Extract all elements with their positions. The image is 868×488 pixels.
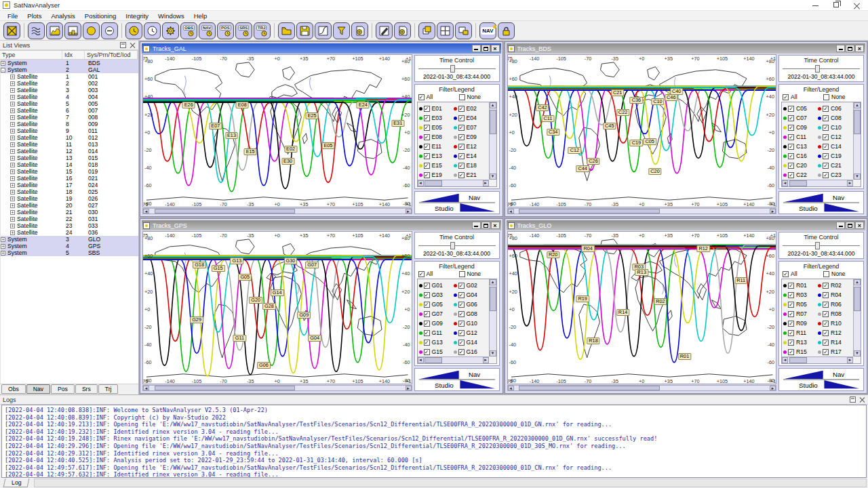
tree-row[interactable]: +Satellite1001 — [1, 73, 138, 80]
checkbox-checked-icon[interactable]: ✓ — [424, 283, 430, 289]
scroll-thumb[interactable] — [519, 209, 660, 214]
scroll-track[interactable] — [788, 357, 847, 363]
expand-icon[interactable]: + — [10, 163, 15, 167]
checkbox-checked-icon[interactable]: ✓ — [788, 134, 794, 140]
close-button[interactable]: × — [855, 45, 864, 52]
tab-log[interactable]: Log — [3, 479, 30, 487]
menu-windows[interactable]: Windows — [153, 12, 189, 20]
checkbox-checked-icon[interactable]: ✓ — [458, 125, 465, 131]
scroll-thumb[interactable] — [425, 180, 442, 186]
checkbox-checked-icon[interactable]: ✓ — [458, 311, 465, 317]
ground-track-map[interactable]: -175-175-140-140-105-105-70-70-35-35+0+0… — [142, 54, 412, 207]
legend-item[interactable]: ✓G05 — [419, 301, 454, 308]
legend-item[interactable]: ✓G16 — [454, 348, 488, 355]
checkbox-checked-icon[interactable]: ✓ — [823, 330, 829, 336]
open-folder-button[interactable] — [278, 22, 295, 39]
scroll-thumb[interactable] — [155, 209, 296, 214]
legend-item[interactable]: ✓E15 — [419, 162, 454, 169]
map-hscrollbar[interactable]: ◄► — [507, 385, 777, 391]
checkbox-checked-icon[interactable]: ✓ — [823, 134, 829, 140]
checkbox-checked-icon[interactable]: ✓ — [458, 134, 465, 140]
tree-row[interactable]: +Satellite12014 — [1, 148, 138, 155]
checkbox-checked-icon[interactable]: ✓ — [788, 302, 794, 308]
map-hscrollbar[interactable]: ◄► — [142, 385, 412, 391]
checkbox-checked-icon[interactable]: ✓ — [458, 349, 465, 355]
scroll-track[interactable] — [514, 209, 770, 214]
waves-button[interactable] — [28, 22, 45, 39]
checkbox-checked-icon[interactable]: ✓ — [458, 292, 465, 298]
checkbox-checked-icon[interactable]: ✓ — [823, 292, 829, 298]
legend-item[interactable]: ✓E04 — [454, 115, 488, 121]
legend-item[interactable]: ✓G06 — [454, 301, 488, 308]
close-panel-icon[interactable] — [130, 42, 136, 48]
checkbox-checked-icon[interactable]: ✓ — [424, 292, 430, 298]
maximize-button[interactable] — [481, 45, 490, 52]
legend-item[interactable]: ✓R07 — [783, 310, 818, 317]
scroll-thumb[interactable] — [490, 287, 496, 311]
legend-item[interactable]: ✓C11 — [783, 134, 818, 140]
tree-row[interactable]: +Satellite4004 — [1, 94, 138, 100]
all-checkbox[interactable]: ✓All — [783, 94, 821, 100]
checkbox-checked-icon[interactable]: ✓ — [823, 153, 829, 159]
legend-item[interactable]: ✓E13 — [419, 152, 454, 159]
minimize-button[interactable] — [472, 222, 481, 229]
scroll-left-icon[interactable]: ◄ — [418, 357, 424, 363]
restore-icon[interactable] — [833, 2, 839, 7]
expand-icon[interactable]: + — [10, 129, 15, 134]
scroll-down-icon[interactable]: ▼ — [490, 174, 496, 180]
legend-item[interactable]: ✓E02 — [454, 105, 488, 112]
legend-item[interactable]: ✓C07 — [783, 115, 818, 121]
expand-icon[interactable]: + — [10, 203, 15, 208]
checkbox-checked-icon[interactable]: ✓ — [458, 172, 465, 178]
circle-button[interactable] — [83, 22, 100, 39]
checkbox-checked-icon[interactable]: ✓ — [823, 144, 829, 150]
checkbox-checked-icon[interactable]: ✓ — [424, 115, 430, 121]
legend-item[interactable]: ✓R05 — [783, 301, 818, 308]
tree-row[interactable]: +Satellite8009 — [1, 121, 138, 127]
all-checkbox[interactable]: ✓All — [418, 94, 456, 100]
expand-icon[interactable]: + — [10, 108, 15, 113]
ground-track-map[interactable]: -175-175-140-140-105-105-70-70-35-35+0+0… — [507, 54, 777, 207]
save-button[interactable] — [296, 22, 313, 39]
legend-item[interactable]: ✓E19 — [419, 171, 454, 178]
legend-hscrollbar[interactable]: ◄► — [418, 357, 489, 363]
curve-button[interactable] — [315, 22, 332, 39]
scroll-right-icon[interactable]: ► — [483, 180, 489, 186]
expand-icon[interactable]: + — [10, 75, 15, 79]
checkbox-checked-icon[interactable]: ✓ — [823, 349, 829, 355]
checkbox-unchecked-icon[interactable] — [823, 94, 829, 100]
plot-levels-button[interactable] — [64, 22, 81, 39]
tree-row[interactable]: +Satellite20027 — [1, 202, 138, 209]
legend-vscrollbar[interactable]: ▲▼ — [489, 279, 496, 357]
checkbox-checked-icon[interactable]: ✓ — [424, 172, 430, 178]
checkbox-checked-icon[interactable]: ✓ — [458, 330, 465, 336]
legend-item[interactable]: ✓C08 — [818, 115, 852, 121]
expand-icon[interactable]: + — [10, 115, 15, 120]
legend-list[interactable]: ✓G01✓G02✓G03✓G04✓G05✓G06✓G07✓G08✓G09✓G10… — [417, 279, 497, 364]
scroll-down-icon[interactable]: ▼ — [490, 350, 496, 357]
log-hscrollbar[interactable] — [34, 479, 867, 487]
checkbox-checked-icon[interactable]: ✓ — [823, 163, 829, 169]
menu-help[interactable]: Help — [189, 12, 212, 20]
clock-yellow-button[interactable] — [125, 22, 142, 39]
checkbox-checked-icon[interactable]: ✓ — [788, 349, 794, 355]
checkbox-checked-icon[interactable]: ✓ — [788, 321, 794, 327]
legend-item[interactable]: ✓G09 — [419, 320, 454, 327]
log-body[interactable]: [2022-04-04 12:40:08.838]:INF: Welcome t… — [1, 405, 867, 478]
tree-row[interactable]: +Satellite7008 — [1, 114, 138, 121]
tile-windows-button[interactable] — [437, 22, 454, 39]
legend-item[interactable]: ✓G02 — [454, 282, 488, 289]
legend-item[interactable]: ✓C05 — [783, 105, 818, 112]
checkbox-checked-icon[interactable]: ✓ — [458, 153, 465, 159]
scroll-right-icon[interactable]: ► — [847, 180, 853, 186]
legend-item[interactable]: ✓G04 — [454, 291, 488, 298]
scroll-left-icon[interactable]: ◄ — [508, 209, 514, 214]
legend-vscrollbar[interactable]: ▲▼ — [489, 102, 496, 180]
scroll-thumb[interactable] — [789, 357, 807, 363]
expand-icon[interactable]: + — [10, 156, 15, 161]
legend-item[interactable]: ✓C22 — [783, 171, 818, 178]
checkbox-unchecked-icon[interactable] — [459, 94, 465, 100]
gear-doc-button[interactable] — [394, 22, 411, 39]
legend-item[interactable]: ✓R17 — [818, 348, 852, 355]
tree-row[interactable]: +Satellite17024 — [1, 182, 138, 188]
